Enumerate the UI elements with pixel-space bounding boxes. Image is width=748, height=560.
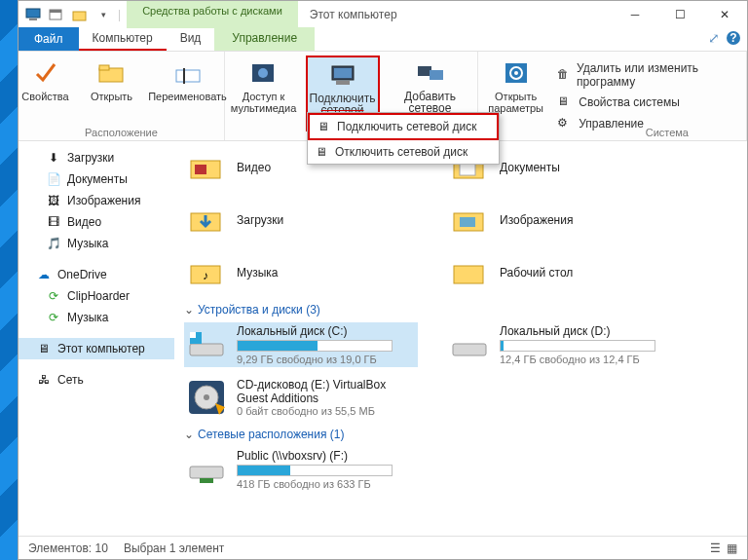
nav-pictures[interactable]: 🖼Изображения	[19, 190, 174, 211]
picture-icon: 🖼	[46, 193, 61, 208]
svg-rect-17	[430, 70, 443, 80]
nav-downloads[interactable]: ⬇Загрузки	[19, 147, 174, 168]
svg-rect-16	[418, 66, 431, 76]
add-network-icon	[415, 57, 446, 89]
folder-music[interactable]: ♪Музыка	[184, 250, 418, 295]
help-icon[interactable]: ?	[726, 30, 741, 46]
nav-music[interactable]: 🎵Музыка	[19, 233, 174, 254]
usage-bar	[237, 340, 393, 352]
folder-desktop[interactable]: Рабочий стол	[447, 250, 681, 295]
contextual-tab-header: Средства работы с дисками	[127, 1, 298, 28]
svg-rect-30	[454, 266, 483, 283]
svg-rect-3	[50, 10, 61, 13]
open-settings-button[interactable]: Открыть параметры	[486, 56, 545, 116]
titlebar: ▾ | Средства работы с дисками Этот компь…	[19, 1, 747, 28]
svg-text:♪: ♪	[203, 269, 208, 282]
media-icon	[248, 57, 280, 89]
nav-videos[interactable]: 🎞Видео	[19, 211, 174, 233]
uninstall-program-button[interactable]: 🗑Удалить или изменить программу	[553, 59, 738, 91]
svg-point-37	[204, 394, 209, 400]
sync-icon: ⟳	[46, 310, 61, 325]
music-icon: 🎵	[46, 236, 61, 251]
download-icon: ⬇	[46, 150, 61, 166]
folder-downloads[interactable]: Загрузки	[184, 198, 418, 243]
disconnect-network-drive-item[interactable]: 🖥 Отключить сетевой диск	[308, 140, 499, 164]
category-devices[interactable]: ⌄Устройства и диски (3)	[184, 303, 737, 317]
connect-network-drive-item[interactable]: 🖥 Подключить сетевой диск	[308, 113, 499, 140]
svg-rect-27	[460, 217, 475, 227]
status-bar: Элементов: 10 Выбран 1 элемент ☰ ▦	[19, 536, 747, 559]
properties-icon[interactable]	[48, 6, 65, 23]
network-drive-icon	[186, 449, 227, 490]
category-network-locations[interactable]: ⌄Сетевые расположения (1)	[184, 428, 737, 441]
tab-file[interactable]: Файл	[19, 27, 79, 51]
chevron-down-icon: ⌄	[184, 303, 194, 317]
folder-icon: ♪	[186, 252, 227, 293]
svg-rect-22	[195, 165, 206, 174]
rename-button[interactable]: Переименовать	[147, 56, 229, 104]
nav-network[interactable]: 🖧Сеть	[19, 369, 174, 391]
manage-icon: ⚙	[557, 116, 573, 131]
view-details-icon[interactable]: ☰	[710, 541, 721, 555]
drive-c[interactable]: Локальный диск (C:) 9,29 ГБ свободно из …	[184, 322, 418, 367]
network-drive-f[interactable]: Public (\\vboxsrv) (F:) 418 ГБ свободно …	[184, 447, 418, 492]
drive-d[interactable]: Локальный диск (D:) 12,4 ГБ свободно из …	[447, 322, 681, 367]
pc-icon: 🖥	[36, 341, 52, 356]
media-access-button[interactable]: Доступ к мультимедиа	[226, 56, 302, 131]
drive-icon	[186, 324, 227, 365]
status-elements: Элементов: 10	[28, 541, 108, 555]
newfolder-icon[interactable]	[71, 6, 89, 23]
document-icon: 📄	[46, 171, 61, 187]
svg-rect-31	[190, 344, 223, 355]
system-icon: 🖥	[557, 94, 573, 110]
quick-access-toolbar: ▾ |	[19, 1, 127, 28]
svg-rect-24	[460, 164, 475, 175]
network-drive-icon	[327, 59, 358, 91]
tab-computer[interactable]: Компьютер	[79, 27, 167, 51]
folder-open-icon	[96, 57, 128, 89]
svg-rect-40	[200, 478, 213, 483]
svg-rect-33	[190, 332, 196, 338]
settings-icon	[501, 57, 532, 89]
thispc-icon	[24, 6, 42, 23]
properties-button[interactable]: Свойства	[15, 56, 77, 104]
view-tiles-icon[interactable]: ▦	[727, 541, 737, 555]
close-button[interactable]: ✕	[702, 1, 747, 28]
drive-disconnect-icon: 🖥	[316, 145, 327, 159]
nav-onedrive[interactable]: ☁OneDrive	[19, 264, 174, 285]
svg-rect-10	[183, 68, 185, 84]
folder-icon	[449, 252, 490, 293]
usage-bar	[500, 340, 655, 352]
folder-icon	[186, 147, 227, 188]
ribbon-minimize-icon[interactable]: ⤢	[708, 30, 720, 46]
rename-icon	[172, 57, 204, 89]
svg-point-12	[258, 68, 268, 78]
uninstall-icon: 🗑	[557, 67, 571, 83]
svg-rect-14	[334, 68, 352, 78]
nav-thispc[interactable]: 🖥Этот компьютер	[19, 338, 174, 359]
nav-cliphoarder[interactable]: ⟳ClipHoarder	[19, 285, 174, 307]
svg-rect-9	[176, 70, 200, 82]
content-pane: Видео Документы Загрузки Изображения ♪Му…	[174, 141, 747, 536]
minimize-button[interactable]: ─	[613, 1, 657, 28]
network-icon: 🖧	[36, 372, 52, 388]
maximize-button[interactable]: ☐	[657, 1, 702, 28]
drive-icon	[449, 324, 490, 365]
window-controls: ─ ☐ ✕	[613, 1, 747, 28]
cloud-icon: ☁	[36, 267, 52, 282]
open-button[interactable]: Открыть	[81, 56, 143, 104]
svg-rect-15	[336, 81, 350, 85]
nav-music2[interactable]: ⟳Музыка	[19, 307, 174, 328]
qat-dropdown-icon[interactable]: ▾	[94, 6, 112, 23]
folder-pictures[interactable]: Изображения	[447, 198, 681, 243]
usage-bar	[237, 465, 393, 476]
folder-icon	[186, 200, 227, 241]
svg-text:?: ?	[729, 31, 736, 45]
tab-manage[interactable]: Управление	[214, 27, 315, 51]
navigation-pane: ⬇Загрузки 📄Документы 🖼Изображения 🎞Видео…	[19, 141, 174, 536]
tab-view[interactable]: Вид	[167, 27, 215, 51]
nav-documents[interactable]: 📄Документы	[19, 168, 174, 190]
sync-icon: ⟳	[46, 288, 61, 304]
drive-e-cdrom[interactable]: CD-дисковод (E:) VirtualBox Guest Additi…	[184, 375, 418, 420]
system-properties-button[interactable]: 🖥Свойства системы	[553, 93, 738, 112]
